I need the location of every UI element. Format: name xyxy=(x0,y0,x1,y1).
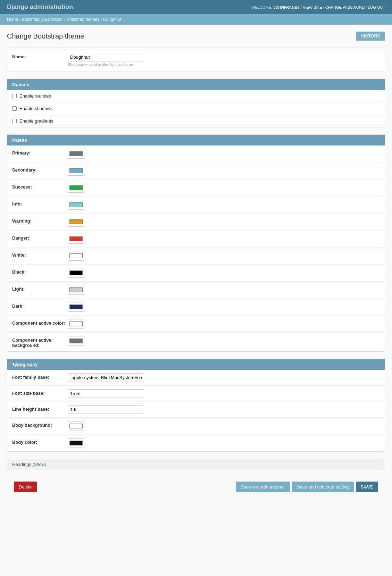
enable-gradients-row: Enable gradients xyxy=(7,115,385,127)
font-size-input[interactable] xyxy=(68,389,144,398)
log-out-link[interactable]: LOG OUT xyxy=(368,5,385,9)
line-height-label: Line height base: xyxy=(12,405,68,412)
secondary-label: Secondary: xyxy=(12,166,68,173)
breadcrumb-model[interactable]: Bootstrap themes xyxy=(67,17,99,22)
primary-row: Primary: xyxy=(7,145,385,162)
success-row: Success: xyxy=(7,180,385,197)
typography-title: Typography xyxy=(12,362,37,367)
black-label: Black: xyxy=(12,268,68,275)
body-bg-wrapper xyxy=(68,421,84,431)
breadcrumb-app[interactable]: Bootstrap_Customizer xyxy=(22,17,63,22)
black-color-input[interactable] xyxy=(68,268,84,278)
dark-color-input[interactable] xyxy=(68,302,84,312)
body-bg-label: Body background: xyxy=(12,421,68,428)
breadcrumb-home[interactable]: Home xyxy=(7,17,18,22)
enable-rounded-row: Enable rounded xyxy=(7,90,385,102)
view-site-link[interactable]: VIEW SITE xyxy=(303,5,322,9)
primary-color-input[interactable] xyxy=(68,149,84,159)
black-row: Black: xyxy=(7,265,385,282)
enable-shadows-label: Enable shadows xyxy=(19,106,52,111)
danger-color-input[interactable] xyxy=(68,234,84,244)
font-size-label: Font size base: xyxy=(12,389,68,396)
success-color-input[interactable] xyxy=(68,183,84,193)
site-name: Django administration xyxy=(7,3,73,11)
submit-left: Delete xyxy=(14,482,37,492)
component-active-color-row: Component active color: xyxy=(7,316,385,333)
warning-color-input[interactable] xyxy=(68,217,84,227)
warning-label: Warning: xyxy=(12,217,68,224)
header: Django administration WELCOME, JOHNFRANE… xyxy=(0,0,392,14)
secondary-color-input[interactable] xyxy=(68,166,84,176)
body-bg-input[interactable] xyxy=(68,421,84,431)
light-label: Light: xyxy=(12,285,68,292)
font-family-label: Font family base: xyxy=(12,373,68,380)
white-color-wrapper xyxy=(68,251,84,261)
line-height-wrapper xyxy=(68,405,380,414)
light-color-input[interactable] xyxy=(68,285,84,295)
font-size-row: Font size base: xyxy=(7,386,385,402)
white-color-input[interactable] xyxy=(68,251,84,261)
secondary-row: Secondary: xyxy=(7,162,385,180)
dark-color-wrapper xyxy=(68,302,84,312)
breadcrumb: Home › Bootstrap_Customizer › Bootstrap … xyxy=(0,14,392,25)
component-active-color-wrapper xyxy=(68,319,84,329)
typography-section: Typography Font family base: Font size b… xyxy=(7,359,385,452)
page-title: Change Bootstrap theme xyxy=(7,32,84,40)
body-color-input[interactable] xyxy=(68,438,84,448)
name-input[interactable] xyxy=(68,53,144,61)
light-color-wrapper xyxy=(68,285,84,295)
component-active-color-label: Component active color: xyxy=(12,319,68,326)
save-continue-button[interactable]: Save and continue editing xyxy=(292,482,354,492)
change-password-link[interactable]: CHANGE PASSWORD xyxy=(325,5,365,9)
body-color-label: Body color: xyxy=(12,438,68,445)
success-label: Success: xyxy=(12,183,68,190)
warning-row: Warning: xyxy=(7,214,385,231)
save-button[interactable]: SAVE xyxy=(356,482,378,492)
body-bg-row: Body background: xyxy=(7,418,385,435)
breadcrumb-current: Doughnut xyxy=(103,17,121,22)
font-family-row: Font family base: xyxy=(7,370,385,386)
name-field-wrapper: Short name used to identify this theme xyxy=(68,53,380,67)
delete-button[interactable]: Delete xyxy=(14,482,37,492)
headings-title: Headings xyxy=(12,462,31,467)
history-button[interactable]: HISTORY xyxy=(356,32,385,41)
headings-show-link[interactable]: Show xyxy=(34,462,44,467)
headings-section: Headings (Show) xyxy=(7,459,385,470)
component-active-bg-wrapper xyxy=(68,336,84,346)
line-height-input[interactable] xyxy=(68,405,144,414)
palette-section: Palette Primary: Secondary: Success: Inf… xyxy=(7,134,385,352)
primary-label: Primary: xyxy=(12,149,68,156)
name-help-text: Short name used to identify this theme xyxy=(68,62,380,67)
headings-section-header: Headings (Show) xyxy=(7,459,385,470)
secondary-color-wrapper xyxy=(68,166,84,176)
enable-gradients-checkbox[interactable] xyxy=(12,119,17,123)
info-row: Info: xyxy=(7,197,385,214)
enable-rounded-label: Enable rounded xyxy=(19,93,51,99)
danger-label: Danger: xyxy=(12,234,68,241)
info-label: Info: xyxy=(12,200,68,207)
enable-rounded-checkbox[interactable] xyxy=(12,94,17,98)
dark-row: Dark: xyxy=(7,299,385,316)
palette-section-header: Palette xyxy=(7,135,385,145)
options-title: Options xyxy=(12,82,29,87)
user-info: WELCOME, JOHNFRANEY / VIEW SITE / CHANGE… xyxy=(251,5,385,9)
white-label: White: xyxy=(12,251,68,258)
username: JOHNFRANEY xyxy=(273,5,300,9)
font-family-wrapper xyxy=(68,373,380,382)
enable-gradients-label: Enable gradients xyxy=(19,118,53,124)
enable-shadows-checkbox[interactable] xyxy=(12,106,17,111)
info-color-input[interactable] xyxy=(68,200,84,210)
submit-right: Save and add another Save and continue e… xyxy=(236,482,378,492)
component-active-bg-label: Component active background: xyxy=(12,336,68,348)
component-active-bg-input[interactable] xyxy=(68,336,84,346)
light-row: Light: xyxy=(7,282,385,299)
enable-shadows-row: Enable shadows xyxy=(7,102,385,115)
font-family-input[interactable] xyxy=(68,373,144,382)
name-label: Name: xyxy=(12,53,68,59)
submit-row: Delete Save and add another Save and con… xyxy=(7,477,385,496)
danger-row: Danger: xyxy=(7,231,385,248)
save-another-button[interactable]: Save and add another xyxy=(236,482,290,492)
component-active-color-input[interactable] xyxy=(68,319,84,329)
line-height-row: Line height base: xyxy=(7,402,385,418)
name-section: Name: Short name used to identify this t… xyxy=(7,48,385,72)
